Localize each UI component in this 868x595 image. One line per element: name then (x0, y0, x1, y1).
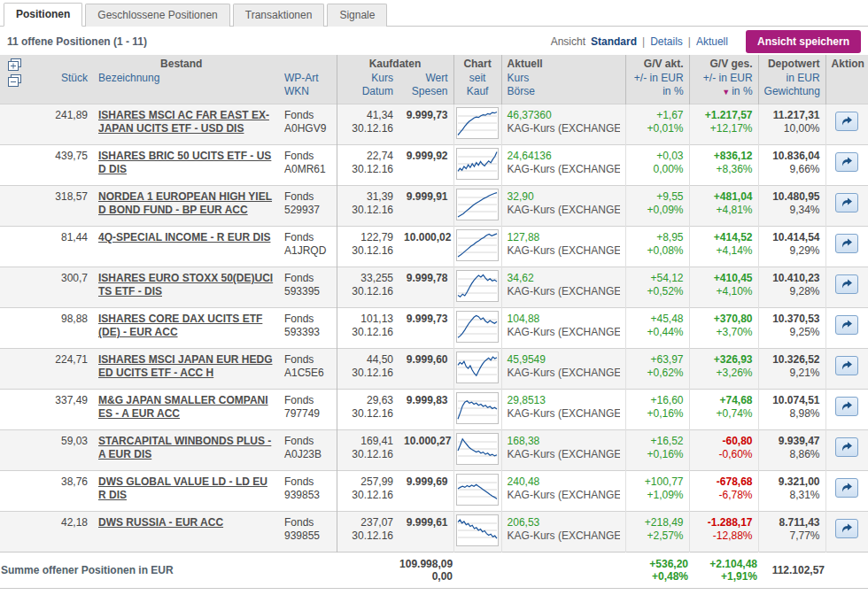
position-row: 38,76 DWS GLOBAL VALUE LD - LD EUR DIS F… (0, 471, 868, 512)
sum-spesen: 0,00 (399, 570, 453, 583)
position-action-button[interactable] (835, 193, 858, 212)
fund-name-link[interactable]: ISHARES CORE DAX UCITS ETF (DE) - EUR AC… (98, 313, 262, 338)
forward-arrow-icon (841, 483, 853, 493)
position-action-button[interactable] (835, 437, 858, 457)
fund-name-link[interactable]: ISHARES EURO STOXX 50(DE)UCITS ETF - DIS (98, 272, 273, 298)
gv-total-cell: +414,52 +4,14% (689, 227, 758, 267)
header-gv-ges-sub[interactable]: +/- in EUR ▼in % (689, 72, 758, 104)
tab-positionen[interactable]: Positionen (4, 3, 82, 27)
shares-cell: 98,88 (27, 308, 93, 349)
buy-value-cell: 9.999,60 (399, 349, 453, 390)
position-row: 318,57 NORDEA 1 EUROPEAN HIGH YIELD BOND… (0, 186, 868, 227)
buy-price-date-cell: 22,7430.12.16 (337, 145, 399, 186)
position-action-button[interactable] (835, 274, 858, 294)
fund-name-link[interactable]: ISHARES MSCI AC FAR EAST EX-JAPAN UCITS … (98, 109, 269, 135)
fund-name-link[interactable]: DWS GLOBAL VALUE LD - LD EUR DIS (98, 475, 267, 501)
position-row: 337,49 M&G JAPAN SMALLER COMPANIES - A E… (0, 390, 868, 430)
forward-arrow-icon (841, 116, 853, 127)
position-row: 42,18 DWS RUSSIA - EUR ACC Fonds939855 2… (0, 512, 868, 552)
sparkline-chart (456, 311, 499, 343)
header-stueck[interactable]: Stück (27, 72, 93, 104)
header-bezeichnung[interactable]: Bezeichnung (93, 72, 279, 104)
position-action-button[interactable] (835, 478, 858, 498)
position-action-button[interactable] (835, 397, 858, 416)
sparkline-chart (456, 433, 499, 465)
chart-cell (453, 267, 501, 308)
depot-value-cell: 10.074,51 8,98% (758, 390, 825, 430)
type-wkn-cell: FondsA0J23B (279, 430, 337, 471)
gv-total-cell: +410,45 +4,10% (689, 267, 758, 308)
shares-cell: 318,57 (27, 186, 93, 227)
shares-cell: 42,18 (27, 512, 93, 552)
position-action-button[interactable] (835, 234, 858, 253)
chart-cell (453, 390, 501, 430)
chart-cell (453, 104, 501, 145)
gv-current-cell: +0,03 0,00% (625, 145, 689, 186)
gv-current-cell: +63,97 +0,62% (625, 349, 689, 390)
header-depotwert-sub[interactable]: in EURGewichtung (758, 72, 825, 104)
fund-name-link[interactable]: ISHARES BRIC 50 UCITS ETF - USD DIS (98, 150, 271, 175)
depot-value-cell: 8.711,43 7,77% (758, 512, 825, 552)
name-cell: ISHARES MSCI AC FAR EAST EX-JAPAN UCITS … (93, 104, 279, 145)
fund-name-link[interactable]: ISHARES MSCI JAPAN EUR HEDGED UCITS ETF … (98, 353, 272, 379)
fund-name-link[interactable]: NORDEA 1 EUROPEAN HIGH YIELD BOND FUND -… (98, 190, 272, 216)
action-cell (825, 471, 868, 512)
header-wert-spesen[interactable]: WertSpesen (399, 72, 453, 104)
view-details-link[interactable]: Details (650, 35, 683, 48)
header-wpart-wkn[interactable]: WP-ArtWKN (279, 72, 337, 104)
position-action-button[interactable] (835, 519, 858, 538)
position-row: 224,71 ISHARES MSCI JAPAN EUR HEDGED UCI… (0, 349, 868, 390)
shares-cell: 81,44 (27, 227, 93, 267)
fund-name-link[interactable]: 4Q-SPECIAL INCOME - R EUR DIS (98, 231, 270, 243)
buy-value-cell: 10.000,27 (399, 430, 453, 471)
tab-geschlossene-positionen[interactable]: Geschlossene Positionen (85, 4, 229, 27)
sparkline-chart (456, 270, 499, 302)
name-cell: ISHARES BRIC 50 UCITS ETF - USD DIS (93, 145, 279, 186)
chart-cell (453, 349, 501, 390)
collapse-all-icon[interactable] (4, 74, 25, 87)
action-cell (825, 227, 868, 267)
name-cell: ISHARES MSCI JAPAN EUR HEDGED UCITS ETF … (93, 349, 279, 390)
position-action-button[interactable] (835, 315, 858, 335)
fund-name-link[interactable]: STARCAPITAL WINBONDS PLUS - A EUR DIS (98, 435, 271, 460)
type-wkn-cell: Fonds939855 (279, 512, 337, 552)
tab-transaktionen[interactable]: Transaktionen (233, 4, 325, 27)
position-action-button[interactable] (835, 356, 858, 375)
current-price-cell: 206,53 KAG-Kurs (EXCHANGE_C... (501, 512, 625, 552)
header-seit-kauf: seit Kauf (453, 72, 501, 104)
gv-total-cell: +326,93 +3,26% (689, 349, 758, 390)
info-bar: 11 offene Positionen (1 - 11) Ansicht St… (0, 27, 868, 55)
gv-total-cell: +74,68 +0,74% (689, 390, 758, 430)
type-wkn-cell: Fonds593395 (279, 267, 337, 308)
tab-signale[interactable]: Signale (327, 4, 387, 27)
sparkline-chart (456, 474, 499, 506)
header-gv-akt-sub[interactable]: +/- in EURin % (625, 72, 689, 104)
header-aktuell-kurs-boerse[interactable]: KursBörse (501, 72, 625, 104)
expand-all-icon[interactable] (4, 58, 25, 71)
view-standard[interactable]: Standard (591, 35, 637, 48)
gv-current-cell: +54,12 +0,52% (625, 267, 689, 308)
buy-price-date-cell: 257,9930.12.16 (337, 471, 399, 512)
sparkline-chart (456, 148, 499, 180)
sum-label: Summe offener Positionen in EUR (0, 552, 337, 589)
position-action-button[interactable] (835, 112, 858, 131)
save-view-button[interactable]: Ansicht speichern (746, 30, 861, 53)
shares-cell: 224,71 (27, 349, 93, 390)
depot-value-cell: 10.480,95 9,34% (758, 186, 825, 227)
shares-cell: 241,89 (27, 104, 93, 145)
view-aktuell-link[interactable]: Aktuell (696, 35, 728, 48)
fund-name-link[interactable]: DWS RUSSIA - EUR ACC (98, 516, 223, 529)
fund-name-link[interactable]: M&G JAPAN SMALLER COMPANIES - A EUR ACC (98, 394, 268, 420)
header-kurs-datum[interactable]: KursDatum (337, 72, 399, 104)
position-action-button[interactable] (835, 152, 858, 172)
action-cell (825, 145, 868, 186)
table-header: Bestand Kaufdaten Chart Aktuell G/V akt.… (0, 55, 868, 104)
header-group-gv-akt: G/V akt. (625, 55, 689, 72)
shares-cell: 38,76 (27, 471, 93, 512)
type-wkn-cell: FondsA1C5E6 (279, 349, 337, 390)
buy-value-cell: 10.000,02 (399, 227, 453, 267)
header-group-bestand: Bestand (27, 55, 337, 72)
action-cell (825, 349, 868, 390)
row-left-spacer (0, 186, 27, 227)
gv-total-cell: -60,80 -0,60% (689, 430, 758, 471)
